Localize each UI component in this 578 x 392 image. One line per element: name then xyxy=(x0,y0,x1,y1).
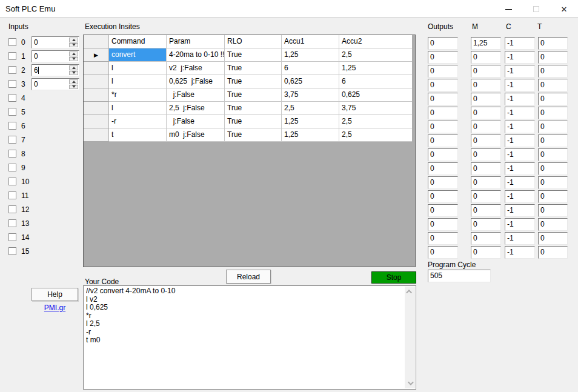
t-field[interactable]: 0 xyxy=(538,190,568,203)
help-button[interactable]: Help xyxy=(32,288,78,301)
c-field[interactable]: -1 xyxy=(505,246,535,259)
c-field[interactable]: -1 xyxy=(505,51,535,64)
output-field[interactable]: 0 xyxy=(428,121,458,133)
output-field[interactable]: 0 xyxy=(428,65,458,78)
minimize-icon xyxy=(505,9,512,10)
t-field[interactable]: 0 xyxy=(538,148,568,161)
output-field[interactable]: 0 xyxy=(428,176,458,189)
m-field[interactable]: 0 xyxy=(471,51,501,64)
c-field[interactable]: -1 xyxy=(505,190,535,203)
t-field[interactable]: 0 xyxy=(538,246,568,259)
pmi-gr-link[interactable]: PMI.gr xyxy=(32,304,78,312)
output-field[interactable]: 0 xyxy=(428,37,458,50)
c-field[interactable]: -1 xyxy=(505,176,535,189)
code-editor[interactable]: //v2 convert 4-20mA to 0-10 l v2 l 0,625… xyxy=(83,285,416,390)
t-field[interactable]: 0 xyxy=(538,232,568,245)
output-field[interactable]: 0 xyxy=(428,51,458,64)
m-field[interactable]: 0 xyxy=(471,176,501,189)
m-field[interactable]: 0 xyxy=(471,79,501,91)
output-field[interactable]: 0 xyxy=(428,79,458,91)
c-field[interactable]: -1 xyxy=(505,107,535,119)
m-field[interactable]: 0 xyxy=(471,107,501,119)
c-field[interactable]: -1 xyxy=(505,135,535,147)
c-field[interactable]: -1 xyxy=(505,93,535,105)
scroll-up-button[interactable] xyxy=(405,287,415,297)
m-field[interactable]: 0 xyxy=(471,190,501,203)
output-field[interactable]: 0 xyxy=(428,107,458,119)
m-field[interactable]: 0 xyxy=(471,65,501,78)
reload-button[interactable]: Reload xyxy=(226,270,271,284)
scroll-down-button[interactable] xyxy=(405,378,415,388)
m-field[interactable]: 0 xyxy=(471,232,501,245)
c-field[interactable]: -1 xyxy=(505,148,535,161)
t-field[interactable]: 0 xyxy=(538,107,568,119)
register-row: 0 0 -1 0 xyxy=(0,65,578,79)
program-cycle-field[interactable]: 505 xyxy=(428,270,491,282)
t-field[interactable]: 0 xyxy=(538,37,568,50)
m-field[interactable]: 0 xyxy=(471,148,501,161)
t-field[interactable]: 0 xyxy=(538,176,568,189)
register-row: 0 0 -1 0 xyxy=(0,107,578,121)
register-row: 0 1,25 -1 0 xyxy=(0,37,578,51)
register-row: 0 0 -1 0 xyxy=(0,135,578,148)
c-field[interactable]: -1 xyxy=(505,218,535,231)
output-field[interactable]: 0 xyxy=(428,232,458,245)
c-field[interactable]: -1 xyxy=(505,121,535,133)
register-row: 0 0 -1 0 xyxy=(0,79,578,93)
t-field[interactable]: 0 xyxy=(538,218,568,231)
c-field[interactable]: -1 xyxy=(505,79,535,91)
register-row: 0 0 -1 0 xyxy=(0,232,578,246)
t-field[interactable]: 0 xyxy=(538,121,568,133)
m-field[interactable]: 0 xyxy=(471,218,501,231)
output-field[interactable]: 0 xyxy=(428,218,458,231)
m-field[interactable]: 0 xyxy=(471,121,501,133)
chevron-up-icon xyxy=(406,290,412,296)
minimize-button[interactable] xyxy=(494,0,522,18)
t-field[interactable]: 0 xyxy=(538,204,568,217)
c-field[interactable]: -1 xyxy=(505,232,535,245)
outputs-label: Outputs xyxy=(428,22,453,31)
t-field[interactable]: 0 xyxy=(538,93,568,105)
output-field[interactable]: 0 xyxy=(428,148,458,161)
close-button[interactable] xyxy=(550,0,578,18)
output-field[interactable]: 0 xyxy=(428,246,458,259)
m-label: M xyxy=(472,22,478,31)
stop-button[interactable]: Stop xyxy=(371,271,416,284)
execution-insites-label: Execution Insites xyxy=(85,22,140,31)
soft-plc-emu-window: { "window": { "title": "Soft PLC Emu" },… xyxy=(0,0,578,392)
m-field[interactable]: 0 xyxy=(471,162,501,175)
t-field[interactable]: 0 xyxy=(538,65,568,78)
register-row: 0 0 -1 0 xyxy=(0,51,578,65)
t-field[interactable]: 0 xyxy=(538,51,568,64)
register-row: 0 0 -1 0 xyxy=(0,176,578,190)
m-field[interactable]: 0 xyxy=(471,246,501,259)
t-field[interactable]: 0 xyxy=(538,162,568,175)
output-field[interactable]: 0 xyxy=(428,162,458,175)
inputs-label: Inputs xyxy=(8,22,28,31)
m-field[interactable]: 0 xyxy=(471,204,501,217)
m-field[interactable]: 0 xyxy=(471,135,501,147)
output-field[interactable]: 0 xyxy=(428,93,458,105)
t-field[interactable]: 0 xyxy=(538,135,568,147)
maximize-button xyxy=(522,0,550,18)
register-row: 0 0 -1 0 xyxy=(0,190,578,204)
title-bar: Soft PLC Emu xyxy=(0,0,578,18)
vertical-scrollbar[interactable] xyxy=(405,287,415,388)
c-field[interactable]: -1 xyxy=(505,162,535,175)
register-row: 0 0 -1 0 xyxy=(0,148,578,162)
your-code-label: Your Code xyxy=(85,277,119,286)
output-field[interactable]: 0 xyxy=(428,204,458,217)
output-field[interactable]: 0 xyxy=(428,190,458,203)
output-field[interactable]: 0 xyxy=(428,135,458,147)
t-label: T xyxy=(537,22,542,31)
c-field[interactable]: -1 xyxy=(505,65,535,78)
c-field[interactable]: -1 xyxy=(505,204,535,217)
window-title: Soft PLC Emu xyxy=(5,4,55,13)
c-field[interactable]: -1 xyxy=(505,37,535,50)
register-row: 0 0 -1 0 xyxy=(0,218,578,232)
code-text[interactable]: //v2 convert 4-20mA to 0-10 l v2 l 0,625… xyxy=(86,287,402,388)
m-field[interactable]: 0 xyxy=(471,93,501,105)
close-icon xyxy=(561,5,568,14)
t-field[interactable]: 0 xyxy=(538,79,568,91)
m-field[interactable]: 1,25 xyxy=(471,37,501,50)
